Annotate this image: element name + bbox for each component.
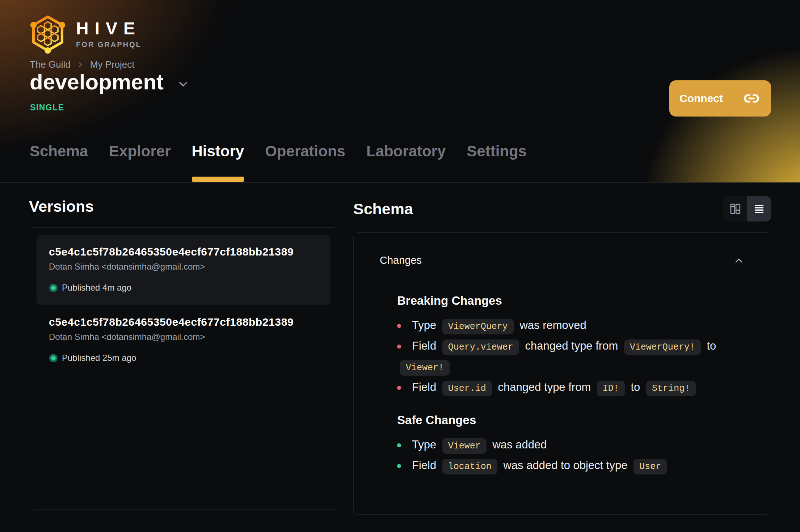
code-chip: Viewer!	[400, 360, 450, 376]
changes-body: Breaking Changes Type ViewerQuery was re…	[397, 294, 723, 476]
code-chip: Viewer	[442, 438, 487, 454]
code-chip: User	[633, 459, 667, 474]
safe-change-item: Type Viewer was added	[397, 435, 723, 456]
brand[interactable]: HIVE FOR GRAPHQL	[30, 14, 142, 54]
view-toggle	[723, 196, 771, 221]
connect-label: Connect	[679, 92, 723, 105]
tab-schema[interactable]: Schema	[30, 143, 88, 182]
brand-tagline: FOR GRAPHQL	[76, 41, 142, 48]
title-row: development	[30, 69, 190, 94]
breaking-bullet-icon	[397, 386, 401, 390]
version-hash: c5e4c1c5f78b26465350e4ecf677cf188bb21389	[49, 316, 318, 328]
code-chip: ViewerQuery	[442, 319, 514, 334]
list-view-button[interactable]	[747, 196, 771, 221]
breaking-change-item: Field Query.viewer changed type from Vie…	[397, 336, 723, 377]
breadcrumb-org[interactable]: The Guild	[30, 59, 71, 70]
breaking-bullet-icon	[397, 324, 401, 328]
tab-settings[interactable]: Settings	[467, 143, 527, 182]
code-chip: String!	[646, 381, 696, 396]
version-status-text: Published 25m ago	[62, 353, 136, 363]
code-chip: ID!	[597, 381, 625, 396]
version-status: Published 4m ago	[49, 283, 318, 293]
schema-section: Schema	[353, 196, 771, 515]
breaking-bullet-icon	[397, 345, 401, 349]
green-dot-icon	[51, 356, 56, 360]
list-view-icon	[753, 203, 765, 215]
breadcrumb-project[interactable]: My Project	[90, 59, 135, 70]
changes-label: Changes	[380, 254, 422, 266]
breaking-change-item: Field User.id changed type from ID! to S…	[397, 377, 723, 398]
main-content: Versions c5e4c1c5f78b26465350e4ecf677cf1…	[0, 196, 800, 515]
changes-panel: Changes Breaking Changes Type ViewerQuer…	[353, 232, 771, 515]
chevron-up-icon	[733, 255, 745, 266]
schema-title: Schema	[353, 199, 413, 219]
code-chip: ViewerQuery!	[624, 339, 701, 355]
breaking-changes-section: Breaking Changes Type ViewerQuery was re…	[397, 294, 723, 398]
versions-section: Versions c5e4c1c5f78b26465350e4ecf677cf1…	[29, 196, 338, 515]
version-author: Dotan Simha <dotansimha@gmail.com>	[49, 332, 318, 342]
version-list: c5e4c1c5f78b26465350e4ecf677cf188bb21389…	[29, 227, 338, 510]
code-chip: Query.viewer	[442, 339, 519, 355]
page-title: development	[30, 69, 164, 94]
version-author: Dotan Simha <dotansimha@gmail.com>	[49, 262, 318, 272]
tab-operations[interactable]: Operations	[265, 143, 345, 182]
version-status-text: Published 4m ago	[62, 283, 131, 293]
breaking-changes-title: Breaking Changes	[397, 294, 723, 308]
chevron-down-icon[interactable]	[177, 77, 190, 90]
diff-view-button[interactable]	[723, 196, 747, 221]
link-icon	[744, 90, 759, 106]
hive-logo-icon	[30, 14, 66, 54]
brand-text: HIVE FOR GRAPHQL	[76, 20, 142, 48]
breadcrumb: The Guild My Project	[30, 59, 135, 70]
connect-button[interactable]: Connect	[669, 80, 771, 117]
tab-explorer[interactable]: Explorer	[109, 143, 170, 182]
safe-change-item: Field location was added to object type …	[397, 456, 723, 476]
versions-title: Versions	[29, 196, 338, 216]
safe-bullet-icon	[397, 443, 401, 447]
version-item[interactable]: c5e4c1c5f78b26465350e4ecf677cf188bb21389…	[37, 235, 330, 305]
version-hash: c5e4c1c5f78b26465350e4ecf677cf188bb21389	[49, 246, 318, 258]
safe-changes-section: Safe Changes Type Viewer was addedField …	[397, 413, 723, 476]
safe-changes-list: Type Viewer was addedField location was …	[397, 435, 723, 476]
code-chip: location	[442, 459, 497, 474]
code-chip: User.id	[442, 381, 492, 396]
version-status: Published 25m ago	[49, 353, 318, 363]
page: HIVE FOR GRAPHQL The Guild My Project de…	[0, 0, 800, 532]
breaking-change-item: Type ViewerQuery was removed	[397, 316, 723, 336]
tab-laboratory[interactable]: Laboratory	[366, 143, 446, 182]
header: HIVE FOR GRAPHQL The Guild My Project de…	[0, 0, 800, 183]
columns-view-icon	[729, 203, 741, 215]
breaking-changes-list: Type ViewerQuery was removedField Query.…	[397, 316, 723, 398]
chevron-right-icon	[76, 61, 84, 69]
green-dot-icon	[51, 286, 56, 290]
safe-changes-title: Safe Changes	[397, 413, 723, 427]
version-item[interactable]: c5e4c1c5f78b26465350e4ecf677cf188bb21389…	[37, 305, 330, 375]
tab-history[interactable]: History	[192, 143, 244, 182]
brand-name: HIVE	[76, 20, 142, 37]
changes-collapse-header[interactable]: Changes	[380, 254, 745, 266]
schema-head: Schema	[353, 196, 771, 221]
target-type-badge: SINGLE	[30, 103, 64, 113]
tabs: SchemaExplorerHistoryOperationsLaborator…	[30, 143, 527, 182]
safe-bullet-icon	[397, 464, 401, 468]
